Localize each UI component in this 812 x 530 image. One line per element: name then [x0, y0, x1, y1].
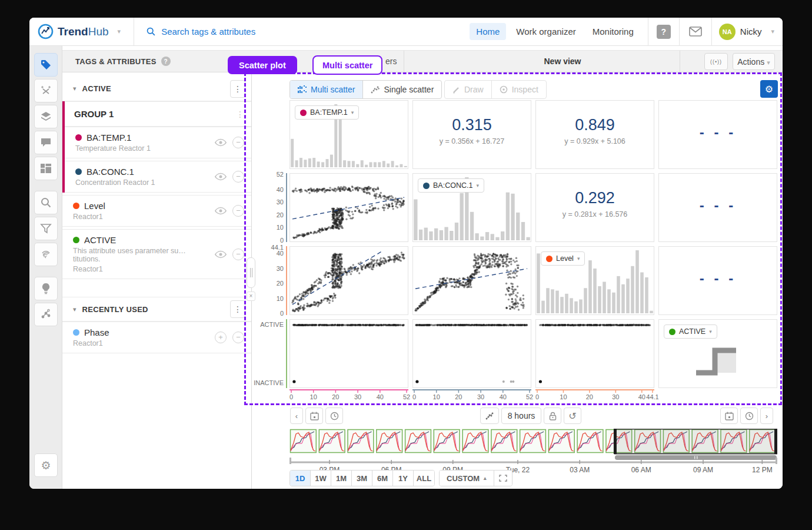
section-active[interactable]: ▾ ACTIVE ⋮	[62, 77, 251, 101]
kebab-menu-icon[interactable]: ⋮	[230, 300, 245, 318]
minus-circle-icon[interactable]: −	[232, 205, 244, 217]
range-1m[interactable]: 1M	[331, 471, 352, 486]
scatter-mode-icon[interactable]	[480, 408, 499, 424]
matrix-cell-scatter[interactable]	[289, 173, 408, 242]
minus-circle-icon[interactable]: −	[232, 171, 244, 183]
annotation-action-button[interactable]: Scatter plot	[228, 56, 297, 74]
eye-icon[interactable]	[215, 173, 227, 181]
history-icon[interactable]: ↺	[564, 408, 581, 424]
prev-arrow-icon[interactable]: ‹	[290, 408, 303, 424]
nav-monitoring[interactable]: Monitoring	[586, 23, 640, 40]
plus-circle-icon[interactable]: +	[215, 332, 227, 343]
inspect-icon	[500, 85, 508, 94]
sparkle-x-icon[interactable]	[34, 79, 58, 102]
layers-icon[interactable]	[34, 105, 58, 128]
variable-color-dot	[546, 256, 553, 262]
eye-icon[interactable]	[215, 138, 227, 147]
trendhub-logo[interactable]: TrendHub ▾	[29, 24, 121, 39]
tag-icon[interactable]	[34, 53, 58, 77]
range-1w[interactable]: 1W	[311, 471, 331, 486]
range-1y[interactable]: 1Y	[393, 471, 414, 486]
section-recently-used[interactable]: ▾ RECENTLY USED ⋮	[62, 297, 251, 322]
matrix-cell-step[interactable]: ACTIVE▾	[658, 319, 777, 388]
broadcast-icon[interactable]: ((•))	[704, 53, 728, 70]
range-all[interactable]: ALL	[414, 471, 434, 486]
next-arrow-icon[interactable]: ›	[760, 408, 773, 424]
variable-selector-chip[interactable]: Level▾	[541, 251, 585, 266]
list-item[interactable]: LevelReactor1−	[62, 195, 251, 227]
tab-single-scatter[interactable]: Single scatter	[363, 81, 441, 98]
matrix-cell-hist[interactable]: BA:CONC.1▾	[412, 173, 531, 242]
eye-icon[interactable]	[215, 207, 227, 215]
filter-icon[interactable]	[34, 217, 58, 240]
variable-selector-chip[interactable]: BA:TEMP.1▾	[295, 105, 359, 120]
minus-circle-icon[interactable]: −	[232, 332, 244, 343]
tags-attributes-panel: ▾ ACTIVE ⋮ GROUP 1⋮BA:TEMP.1Temperature …	[62, 72, 252, 489]
nav-home[interactable]: Home	[470, 23, 506, 40]
graph-icon[interactable]	[34, 303, 58, 326]
range-1d[interactable]: 1D	[290, 471, 311, 486]
calendar-icon[interactable]	[305, 408, 323, 424]
actions-button[interactable]: Actions▾	[733, 53, 775, 70]
app-window: TrendHub ▾ Search tags & attributes Home…	[29, 18, 783, 489]
help-icon[interactable]: ?	[657, 25, 671, 39]
range-6m[interactable]: 6M	[372, 471, 393, 486]
chevron-down-icon[interactable]: ▾	[118, 28, 121, 35]
inspect-tool[interactable]: Inspect	[492, 81, 546, 98]
matrix-cell-scatter[interactable]	[412, 246, 531, 315]
clock-icon[interactable]	[740, 408, 758, 424]
help-circle-icon[interactable]: ?	[161, 57, 171, 66]
matrix-cell-scatter[interactable]	[289, 246, 408, 315]
group-header[interactable]: GROUP 1⋮	[65, 101, 251, 127]
calendar-icon[interactable]	[720, 408, 738, 424]
list-item[interactable]: ACTIVEThis attribute uses parameter su… …	[62, 229, 251, 279]
nav-work-organizer[interactable]: Work organizer	[510, 23, 582, 40]
tab-multi-scatter[interactable]: Multi scatter	[290, 81, 363, 98]
eye-icon[interactable]	[215, 250, 227, 259]
divider	[680, 51, 680, 72]
tab-partial[interactable]: ers	[385, 57, 397, 66]
lock-icon[interactable]	[544, 408, 561, 424]
list-item[interactable]: BA:TEMP.1Temperature Reactor 1−	[65, 127, 251, 158]
gear-icon[interactable]: ⚙	[34, 453, 58, 477]
context-trend-strip[interactable]	[289, 429, 777, 455]
search-input[interactable]: Search tags & attributes	[134, 26, 255, 37]
close-icon[interactable]: ×	[247, 292, 255, 301]
minus-circle-icon[interactable]: −	[232, 137, 244, 148]
range-3m[interactable]: 3M	[352, 471, 372, 486]
variable-selector-chip[interactable]: ACTIVE▾	[664, 324, 717, 339]
matrix-cell-dots[interactable]	[535, 319, 654, 388]
group-label: GROUP 1	[74, 109, 236, 119]
fingerprint-icon[interactable]	[34, 243, 58, 266]
duration-label[interactable]: 8 hours	[501, 408, 541, 424]
comment-icon[interactable]	[34, 131, 58, 154]
list-item[interactable]: PhaseReactor1+−	[62, 322, 251, 353]
search-icon[interactable]	[34, 191, 58, 214]
settings-gear-button[interactable]: ⚙	[760, 80, 778, 98]
matrix-cell-hist[interactable]: Level▾	[535, 246, 654, 315]
x-axis-col-0: 01020304052	[289, 389, 408, 402]
dashboard-icon[interactable]	[34, 157, 58, 180]
matrix-cell-dots[interactable]	[412, 319, 531, 388]
kebab-menu-icon[interactable]: ⋮	[236, 110, 244, 119]
minus-circle-icon[interactable]: −	[232, 249, 244, 260]
bulb-icon[interactable]	[34, 277, 58, 300]
user-menu[interactable]: NA Nicky ▾	[719, 24, 774, 40]
mail-icon[interactable]	[689, 26, 702, 37]
list-item[interactable]: BA:CONC.1Concentration Reactor 1−	[65, 161, 251, 193]
variable-selector-chip[interactable]: BA:CONC.1▾	[418, 178, 484, 193]
matrix-cell-dots[interactable]	[289, 319, 408, 388]
frame-icon[interactable]	[494, 471, 512, 486]
matrix-cell-hist[interactable]: BA:TEMP.1▾	[289, 100, 408, 169]
panel-resize-handle[interactable]	[247, 257, 255, 288]
timeline-scrollbar[interactable]	[289, 455, 777, 465]
tag-list: GROUP 1⋮BA:TEMP.1Temperature Reactor 1−B…	[62, 101, 251, 279]
annotation-target-button[interactable]: Multi scatter	[312, 55, 382, 75]
kebab-menu-icon[interactable]: ⋮	[230, 80, 245, 98]
correlation-value: 0.849	[536, 116, 654, 134]
clock-icon[interactable]	[325, 408, 343, 424]
custom-range-button[interactable]: CUSTOM▴	[440, 471, 494, 486]
draw-tool[interactable]: Draw	[445, 81, 492, 98]
tag-color-dot	[75, 168, 82, 175]
active-view-tab[interactable]: New view	[515, 57, 610, 66]
